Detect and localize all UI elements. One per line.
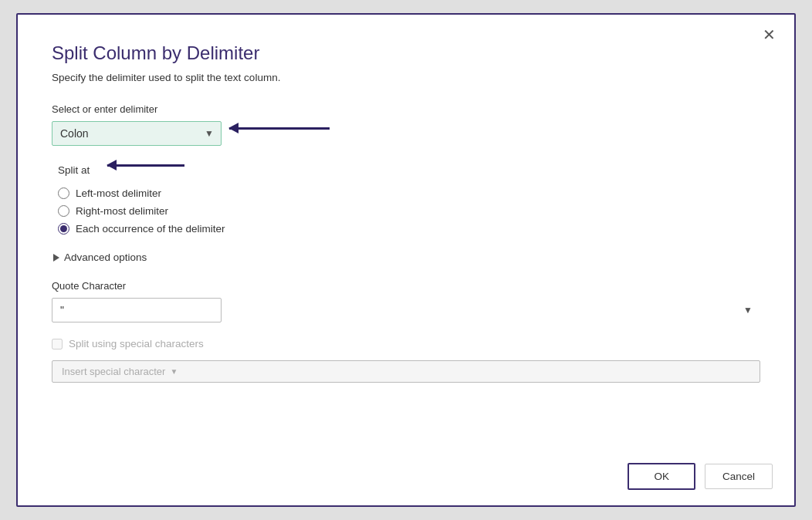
radio-left-most-label: Left-most delimiter — [76, 187, 161, 199]
close-button[interactable]: ✕ — [758, 25, 780, 44]
split-at-section: Split at — [52, 163, 760, 177]
dialog-footer: OK Cancel — [18, 451, 794, 505]
special-chars-checkbox-label[interactable]: Split using special characters — [52, 338, 204, 349]
arrow-annotation-split-at — [107, 164, 184, 167]
delimiter-dropdown[interactable]: Colon Comma Semicolon Space Tab Custom — [52, 121, 222, 146]
radio-left-most[interactable]: Left-most delimiter — [58, 187, 760, 199]
dialog-content: Split Column by Delimiter Specify the de… — [18, 15, 794, 451]
arrow-line-delimiter — [229, 127, 330, 130]
delimiter-dropdown-wrapper: Colon Comma Semicolon Space Tab Custom ▼ — [52, 121, 222, 146]
radio-left-most-input[interactable] — [58, 187, 69, 199]
radio-each[interactable]: Each occurrence of the delimiter — [58, 223, 760, 235]
arrow-line-split-at — [107, 164, 184, 167]
advanced-options-toggle[interactable]: Advanced options — [53, 252, 760, 263]
expand-icon — [53, 254, 59, 262]
insert-chevron-icon: ▼ — [170, 367, 178, 376]
radio-each-input[interactable] — [58, 223, 69, 235]
quote-chevron-icon: ▼ — [743, 305, 753, 316]
radio-right-most-input[interactable] — [58, 205, 69, 217]
arrow-annotation-delimiter — [229, 127, 330, 130]
split-at-label: Split at — [58, 164, 90, 176]
split-column-dialog: ✕ Split Column by Delimiter Specify the … — [16, 13, 796, 507]
special-chars-checkbox[interactable] — [52, 339, 63, 349]
insert-special-char-button[interactable]: Insert special character ▼ — [52, 360, 760, 383]
split-at-radio-group: Left-most delimiter Right-most delimiter… — [58, 187, 760, 235]
delimiter-row: Colon Comma Semicolon Space Tab Custom ▼ — [52, 121, 760, 146]
quote-dropdown-wrapper: " ' None ▼ — [52, 298, 760, 322]
dialog-title: Split Column by Delimiter — [52, 42, 760, 64]
quote-char-label: Quote Character — [52, 280, 760, 292]
insert-special-char-label: Insert special character — [62, 366, 165, 377]
special-chars-row: Split using special characters — [52, 338, 760, 349]
radio-right-most-label: Right-most delimiter — [76, 205, 168, 217]
special-chars-label: Split using special characters — [69, 338, 204, 349]
advanced-options-label: Advanced options — [64, 252, 147, 263]
radio-each-label: Each occurrence of the delimiter — [76, 223, 225, 235]
quote-dropdown[interactable]: " ' None — [52, 298, 222, 322]
ok-button[interactable]: OK — [628, 463, 695, 490]
radio-right-most[interactable]: Right-most delimiter — [58, 205, 760, 217]
cancel-button[interactable]: Cancel — [705, 464, 773, 489]
delimiter-label: Select or enter delimiter — [52, 103, 760, 115]
dialog-subtitle: Specify the delimiter used to split the … — [52, 72, 760, 83]
